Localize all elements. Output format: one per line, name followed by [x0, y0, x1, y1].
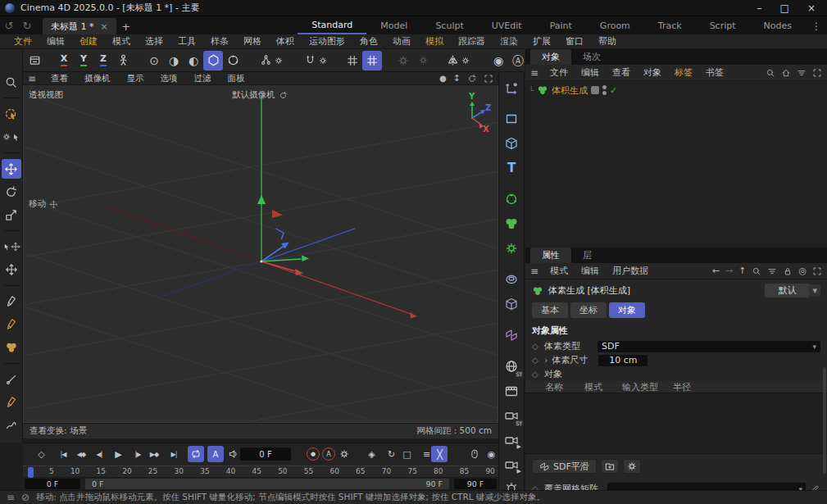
am-back-icon[interactable]: ←	[712, 266, 720, 276]
axis-mode-world-icon[interactable]: ⊙	[144, 51, 164, 70]
status-hamburger-icon[interactable]: ≡	[7, 492, 15, 503]
layout-tab-script[interactable]: Script	[696, 16, 750, 34]
menu-item-4[interactable]: 选择	[138, 35, 170, 48]
sdf-smooth-button[interactable]: SDF平滑	[532, 459, 597, 474]
menu-item-1[interactable]: 编辑	[39, 35, 72, 48]
render-visibility-dot[interactable]	[602, 91, 607, 95]
quantize-grid-button[interactable]	[362, 51, 382, 70]
menu-item-17[interactable]: 帮助	[591, 35, 624, 48]
camera-morph-icon[interactable]: ▶	[501, 454, 522, 475]
visibility-toggles[interactable]	[602, 85, 607, 95]
tab-layers[interactable]: 层	[571, 247, 603, 263]
preset-value[interactable]: 默认	[765, 284, 809, 297]
keyframe-diamond-icon[interactable]: ◇	[33, 446, 49, 462]
om-menu-view[interactable]: 查看	[606, 66, 637, 79]
point-mode-icon[interactable]	[223, 51, 243, 70]
playback-mode-icon[interactable]: ◉	[483, 446, 499, 462]
object-properties-title[interactable]: 对象属性	[525, 320, 827, 339]
tweak-mode-icon[interactable]	[2, 127, 21, 147]
axis-move-tool-icon[interactable]	[2, 237, 21, 257]
stage-object-icon[interactable]	[501, 380, 522, 402]
am-menu-edit[interactable]: 编辑	[575, 265, 606, 277]
keyframe-marks-icon[interactable]: A	[207, 446, 224, 462]
range-end-field[interactable]: 90 F	[454, 479, 497, 489]
viewport-menu-display[interactable]: 显示	[119, 73, 152, 84]
override-grid-matrix-field[interactable]: ▾	[607, 483, 806, 490]
section-tab-coord[interactable]: 坐标	[570, 302, 607, 318]
om-menu-tags[interactable]: 标签	[668, 66, 699, 79]
document-tab[interactable]: 未标题 1 * ×	[43, 18, 116, 34]
am-target-icon[interactable]: ◎	[798, 266, 807, 276]
sound-playback-icon[interactable]	[225, 446, 242, 462]
om-menu-objects[interactable]: 对象	[637, 66, 668, 79]
maximize-button[interactable]: □	[780, 2, 789, 14]
filter-settings-button[interactable]	[623, 459, 641, 474]
lock-x-axis-button[interactable]: X	[54, 51, 74, 70]
motion-camera-icon[interactable]: ▶	[501, 429, 522, 451]
object-tree[interactable]: └ 体积生成 ✓	[525, 81, 827, 247]
sky-object-icon[interactable]: ST	[501, 356, 522, 377]
volume-builder-icon[interactable]	[501, 213, 522, 234]
playhead[interactable]	[28, 467, 34, 478]
tab-takes[interactable]: 场次	[571, 49, 612, 65]
viewport-hamburger-icon[interactable]: ≡	[28, 73, 36, 84]
menu-item-15[interactable]: 扩展	[525, 35, 558, 48]
viewport-menu-camera[interactable]: 摄像机	[76, 73, 119, 84]
viewport-canvas[interactable]: 透视视图 默认摄像机 移动 Y Z X	[23, 85, 498, 423]
new-document-tab-button[interactable]: +	[116, 18, 136, 34]
orientation-gizmo[interactable]: Y Z X	[452, 97, 493, 134]
goto-end-icon[interactable]: ▶|	[166, 446, 182, 462]
scale-tool-icon[interactable]	[2, 205, 21, 225]
render-view-icon[interactable]: ◉	[488, 51, 508, 70]
layout-tab-uvedit[interactable]: UVEdit	[478, 16, 536, 34]
rotate-tool-icon[interactable]	[2, 182, 21, 202]
viewport-menu-filter[interactable]: 过滤	[186, 73, 220, 84]
toggle-view-icon[interactable]	[484, 74, 493, 84]
dolly-view-icon[interactable]: ↕	[453, 73, 461, 84]
timeline-ruler[interactable]: 0510 152025 303540 455055 606570 758085 …	[23, 465, 498, 478]
preset-arrow-icon[interactable]: ▾	[809, 284, 820, 297]
next-frame-icon[interactable]: |▶	[130, 446, 146, 462]
camera-label[interactable]: 默认摄像机	[232, 89, 288, 101]
lock-y-axis-button[interactable]: Y	[74, 51, 93, 70]
om-menu-bookmarks[interactable]: 书签	[699, 66, 730, 79]
anim-dot-icon[interactable]: ◇	[532, 342, 540, 351]
menu-item-3[interactable]: 模式	[105, 35, 138, 48]
layout-tab-paint[interactable]: Paint	[536, 16, 586, 34]
record-objects-icon[interactable]	[466, 446, 483, 462]
object-name[interactable]: 体积生成	[552, 84, 588, 97]
key-pla-icon[interactable]: ╳	[431, 446, 448, 462]
play-button[interactable]: ▶	[110, 446, 126, 462]
deformer-torus-icon[interactable]	[501, 269, 522, 290]
redo-icon[interactable]: ↻	[18, 16, 36, 34]
model-mode-button[interactable]	[203, 51, 223, 70]
layout-tab-standard[interactable]: Standard	[298, 16, 366, 34]
axis-mode-shaded-icon[interactable]: ◐	[184, 51, 203, 70]
viewport-menu-options[interactable]: 选项	[152, 73, 186, 84]
coordinate-system-icon[interactable]	[113, 51, 133, 70]
viewport-menu-panel[interactable]: 面板	[220, 73, 253, 84]
enabled-check-icon[interactable]: ✓	[610, 85, 617, 96]
menu-item-16[interactable]: 窗口	[558, 35, 591, 48]
minimize-button[interactable]: –	[757, 2, 762, 14]
spline-arc-pen-icon[interactable]	[2, 393, 21, 412]
move-tool-button[interactable]	[2, 159, 21, 179]
range-start-field[interactable]: 0 F	[25, 479, 80, 489]
cube-primitive-icon[interactable]	[501, 133, 522, 154]
am-expand-icon[interactable]	[812, 266, 822, 276]
voxel-type-dropdown[interactable]: SDF ▾	[598, 341, 820, 352]
modeling-settings-button[interactable]	[254, 51, 289, 70]
layout-tab-sculpt[interactable]: Sculpt	[421, 16, 477, 34]
goto-start-icon[interactable]: |◀	[55, 446, 71, 462]
menu-item-11[interactable]: 动画	[385, 35, 418, 48]
xpresso-icon[interactable]	[501, 325, 522, 346]
pick-object-icon[interactable]	[810, 484, 820, 490]
field-object-icon[interactable]	[501, 188, 522, 210]
undo-icon[interactable]: ↺	[0, 16, 18, 34]
menu-item-2[interactable]: 创建	[72, 35, 105, 48]
new-folder-button[interactable]	[601, 459, 619, 474]
camera-swap-icon[interactable]	[279, 91, 288, 100]
volume-object-list[interactable]	[525, 393, 827, 454]
attribute-scrollbar[interactable]	[823, 367, 826, 474]
voxel-size-input[interactable]: 10 cm	[598, 355, 648, 366]
